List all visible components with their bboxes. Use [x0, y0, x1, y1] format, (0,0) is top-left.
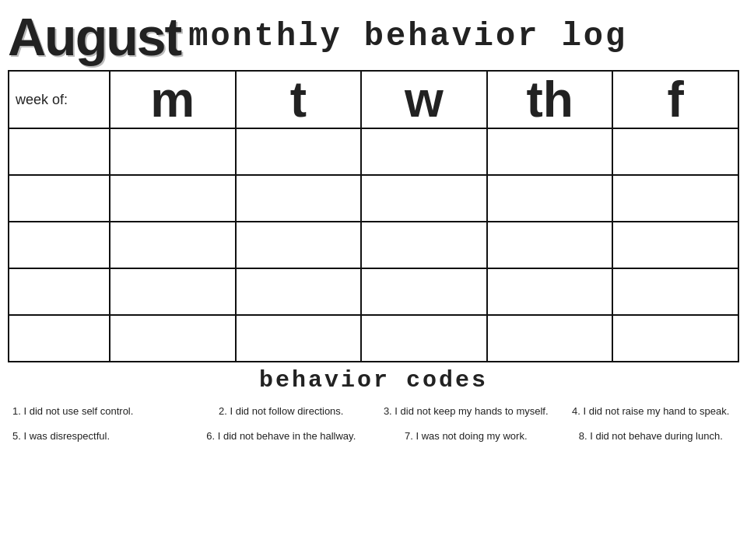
header: August monthly behavior log	[0, 0, 747, 70]
friday-header: f	[612, 71, 738, 128]
code-7: 7. I was not doing my work.	[377, 426, 555, 446]
table-row	[9, 222, 738, 268]
tuesday-cell[interactable]	[236, 268, 362, 315]
table-row	[9, 268, 738, 315]
thursday-cell[interactable]	[487, 315, 613, 362]
table-row	[9, 175, 738, 222]
tuesday-header: t	[236, 71, 362, 128]
thursday-cell[interactable]	[487, 222, 613, 268]
code-2: 2. I did not follow directions.	[193, 401, 370, 422]
codes-title: behavior codes	[8, 367, 739, 394]
monday-cell[interactable]	[110, 268, 236, 315]
friday-cell[interactable]	[612, 268, 738, 315]
codes-grid-row1: 1. I did not use self control. 2. I did …	[8, 401, 739, 422]
code-1: 1. I did not use self control.	[8, 401, 185, 422]
monthly-title: monthly behavior log	[188, 20, 627, 53]
codes-section: behavior codes 1. I did not use self con…	[0, 362, 747, 560]
tuesday-cell[interactable]	[236, 222, 362, 268]
wednesday-cell[interactable]	[361, 315, 487, 362]
august-title: August	[8, 10, 181, 63]
wednesday-cell[interactable]	[361, 175, 487, 222]
friday-cell[interactable]	[612, 128, 738, 175]
code-5: 5. I was disrespectful.	[8, 426, 185, 446]
thursday-cell[interactable]	[487, 128, 613, 175]
wednesday-cell[interactable]	[361, 128, 487, 175]
monday-cell[interactable]	[110, 128, 236, 175]
friday-cell[interactable]	[612, 175, 738, 222]
friday-cell[interactable]	[612, 222, 738, 268]
tuesday-cell[interactable]	[236, 175, 362, 222]
week-cell[interactable]	[9, 222, 110, 268]
thursday-cell[interactable]	[487, 268, 613, 315]
wednesday-cell[interactable]	[361, 268, 487, 315]
code-4: 4. I did not raise my hand to speak.	[563, 401, 740, 422]
tuesday-cell[interactable]	[236, 315, 362, 362]
tuesday-cell[interactable]	[236, 128, 362, 175]
monday-cell[interactable]	[110, 222, 236, 268]
friday-cell[interactable]	[612, 315, 738, 362]
table-row	[9, 128, 738, 175]
monday-cell[interactable]	[110, 175, 236, 222]
code-8: 8. I did not behave during lunch.	[563, 426, 740, 446]
wednesday-cell[interactable]	[361, 222, 487, 268]
table-header-row: week of: m t w th f	[9, 71, 738, 128]
thursday-cell[interactable]	[487, 175, 613, 222]
codes-grid-row2: 5. I was disrespectful. 6. I did not beh…	[8, 426, 739, 446]
week-of-header: week of:	[9, 71, 110, 128]
week-cell[interactable]	[9, 175, 110, 222]
week-cell[interactable]	[9, 128, 110, 175]
page: August monthly behavior log week of: m t…	[0, 0, 747, 560]
thursday-header: th	[487, 71, 613, 128]
wednesday-header: w	[361, 71, 487, 128]
table-row	[9, 315, 738, 362]
monday-cell[interactable]	[110, 315, 236, 362]
week-cell[interactable]	[9, 268, 110, 315]
monday-header: m	[110, 71, 236, 128]
code-3: 3. I did not keep my hands to myself.	[377, 401, 555, 422]
week-cell[interactable]	[9, 315, 110, 362]
behavior-table-section: week of: m t w th f	[0, 70, 747, 362]
code-6: 6. I did not behave in the hallway.	[193, 426, 370, 446]
behavior-table: week of: m t w th f	[8, 70, 739, 362]
